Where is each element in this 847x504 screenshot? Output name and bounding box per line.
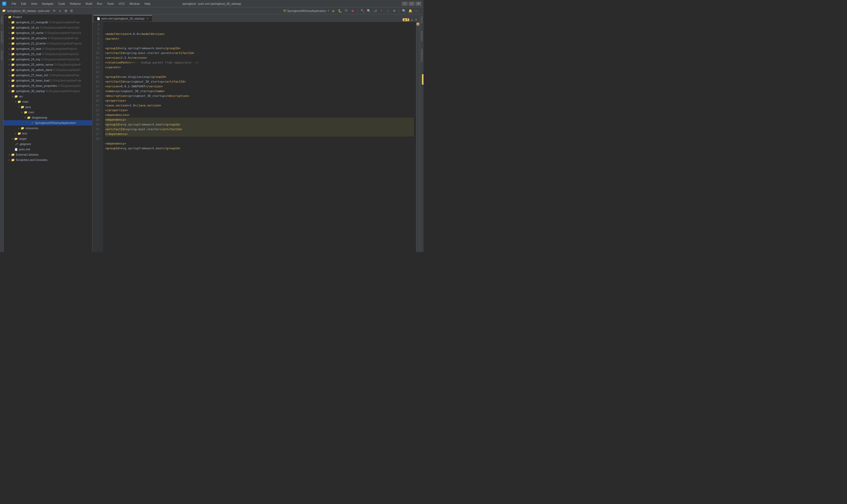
tree-arrow-17: ▾: [17, 106, 20, 108]
menu-item-build[interactable]: Build: [84, 2, 94, 6]
notifications-button[interactable]: 🔔: [408, 8, 413, 14]
code-line-15[interactable]: <version>0.0.1-SNAPSHOT</version>: [105, 84, 414, 89]
menu-item-help[interactable]: Help: [142, 2, 153, 6]
tree-item-main[interactable]: ▾📁main: [4, 99, 92, 104]
git-update-icon[interactable]: ⟲: [392, 8, 397, 14]
settings-gear-icon[interactable]: ⚙: [69, 8, 74, 14]
search-button[interactable]: 🔍: [366, 8, 371, 14]
code-line-12[interactable]: [105, 70, 414, 75]
tree-item-springboot-29-bean-properties[interactable]: ▸📁springboot_29_bean_propertiesD:\DingJi…: [4, 83, 92, 88]
code-line-19[interactable]: <java.version>1.8</java.version>: [105, 103, 414, 108]
tree-item-springboot-22-task[interactable]: ▸📁springboot_22_taskD:\DingJiaxiong\Idea…: [4, 46, 92, 51]
pom-xml-tab[interactable]: 📄 pom.xml (springboot_30_startup) ✕: [93, 15, 152, 21]
tree-item-springboot-20-jetcache[interactable]: ▸📁springboot_20_jetcacheD:\DingJiaxiong\…: [4, 35, 92, 41]
expand-icon[interactable]: ⊞: [63, 8, 69, 14]
maven-sidebar-toggle[interactable]: Maven: [419, 15, 424, 24]
code-line-20[interactable]: </properties>: [105, 108, 414, 113]
code-line-6[interactable]: [105, 41, 414, 46]
tree-item-springboot-27-bean-init[interactable]: ▸📁springboot_27_bean_initD:\DingJiaxiong…: [4, 73, 92, 78]
collapse-icon[interactable]: ≡: [57, 8, 63, 14]
menu-item-vcs[interactable]: VCS: [116, 2, 127, 6]
tree-item-springboot-25-admin-server[interactable]: ▸📁springboot_25_admin_serverD:\DingJiaxi…: [4, 62, 92, 67]
tree-item-springboot-23-mail[interactable]: ▸📁springboot_23_mailD:\DingJiaxiong\Idea…: [4, 51, 92, 57]
tree-item-resources[interactable]: ▸📁resources: [4, 125, 92, 131]
code-line-18[interactable]: <properties>: [105, 98, 414, 103]
code-line-10[interactable]: <relativePath/> <!-- lookup parent from …: [105, 60, 414, 65]
tab-close-icon[interactable]: ✕: [146, 17, 149, 20]
tree-item-springboot-21-j2cache[interactable]: ▸📁springboot_21_j2cacheD:\DingJiaxiong\I…: [4, 41, 92, 46]
tree-item-springboot-30-startup[interactable]: ▾📁springboot_30_startupD:\DingJiaxiong\I…: [4, 88, 92, 94]
line-number-18: 18: [92, 89, 101, 94]
notifications-sidebar-toggle[interactable]: Notifications: [419, 48, 424, 63]
code-line-8[interactable]: <artifactId>spring-boot-starter-parent</…: [105, 51, 414, 56]
editor-scroll-up[interactable]: ▲: [410, 18, 413, 21]
code-line-16[interactable]: <name>springboot_30_startup</name>: [105, 89, 414, 94]
tree-item-pom-xml[interactable]: 📋pom.xml: [4, 147, 92, 152]
tree-item-springboot30startupapplication[interactable]: JSpringboot30StartupApplication: [4, 120, 92, 125]
close-button[interactable]: ✕: [416, 2, 421, 6]
tree-item-test[interactable]: ▸📁test: [4, 131, 92, 136]
git-icon[interactable]: ⎇: [373, 8, 378, 14]
profile-button[interactable]: ⏱: [344, 8, 349, 14]
tree-item-dingjiaxiong[interactable]: ▾📁dingjiaxiong: [4, 115, 92, 120]
sync-icon[interactable]: ⟳: [52, 8, 57, 14]
code-line-7[interactable]: <groupId>org.springframework.boot</group…: [105, 46, 414, 51]
code-line-5[interactable]: <parent>: [105, 37, 414, 41]
code-line-4[interactable]: <modelVersion>4.0.0</modelVersion>: [105, 32, 414, 37]
tree-item-external-libraries[interactable]: ▸📁External Libraries: [4, 152, 92, 157]
minimize-button[interactable]: ─: [402, 2, 408, 6]
menu-item-window[interactable]: Window: [127, 2, 142, 6]
tree-item-project[interactable]: ▾📁Project: [4, 14, 92, 20]
menu-item-run[interactable]: Run: [95, 2, 104, 6]
menu-item-view[interactable]: View: [29, 2, 39, 6]
code-line-24[interactable]: <artifactId>spring-boot-starter</artifac…: [105, 127, 414, 132]
code-line-25[interactable]: </dependency>: [105, 132, 414, 137]
editor-scroll-down[interactable]: ▼: [415, 18, 418, 21]
menu-item-tools[interactable]: Tools: [105, 2, 116, 6]
menu-item-code[interactable]: Code: [56, 2, 67, 6]
warning-badge[interactable]: ⚠ 7: [402, 18, 409, 21]
menu-item-refactor[interactable]: Refactor: [68, 2, 83, 6]
tree-item-springboot-17-mongodb[interactable]: ▸📁springboot_17_mongodbD:\DingJiaxiong\I…: [4, 20, 92, 25]
maximize-button[interactable]: □: [409, 2, 415, 6]
tree-item-com[interactable]: ▾📁com: [4, 110, 92, 115]
run-button[interactable]: ▶: [331, 8, 336, 14]
debug-button[interactable]: 🐛: [337, 8, 343, 14]
tree-item-scratches-and-consoles[interactable]: ▸📁Scratches and Consoles: [4, 157, 92, 163]
tree-item-springboot-24-mq[interactable]: ▸📁springboot_24_mqD:\DingJiaxiong\IdeaPr…: [4, 57, 92, 62]
tree-item-src[interactable]: ▾📁src: [4, 94, 92, 99]
tree-item-springboot-26-admin-client[interactable]: ▸📁springboot_26_admin_clientD:\DingJiaxi…: [4, 67, 92, 73]
run-config-dropdown-icon[interactable]: ▼: [327, 9, 330, 12]
code-line-14[interactable]: <artifactId>springboot_30_startup</artif…: [105, 79, 414, 84]
stop-button[interactable]: ■: [350, 8, 355, 14]
code-line-13[interactable]: <groupId>com.dingjiaxiong</groupId>: [105, 75, 414, 79]
menu-item-navigate[interactable]: Navigate: [40, 2, 55, 6]
build-button[interactable]: 🔨: [360, 8, 365, 14]
tree-item--gitignore[interactable]: ⎇.gitignore: [4, 141, 92, 147]
code-line-23[interactable]: <groupId>org.springframework.boot</group…: [105, 122, 414, 127]
tree-item-springboot-28-bean-load[interactable]: ▸📁springboot_28_bean_loadD:\DingJiaxiong…: [4, 78, 92, 83]
database-sidebar-toggle[interactable]: Database: [419, 30, 424, 42]
code-line-11[interactable]: </parent>: [105, 65, 414, 70]
menu-item-file[interactable]: File: [10, 2, 19, 6]
code-line-22[interactable]: <dependency>: [105, 118, 414, 122]
tree-label: springboot_21_j2cache: [16, 42, 46, 45]
find-button[interactable]: 🔍: [401, 8, 407, 14]
menu-item-edit[interactable]: Edit: [19, 2, 28, 6]
code-line-28[interactable]: <groupId>org.springframework.boot</group…: [105, 146, 414, 151]
line-number-10: 10: [92, 51, 101, 56]
tree-item-target[interactable]: ▾📂target: [4, 136, 92, 141]
tree-icon-folder: 📂: [14, 137, 18, 141]
code-content[interactable]: <modelVersion>4.0.0</modelVersion> <pare…: [103, 22, 416, 252]
tree-item-springboot-18-es[interactable]: ▸📁springboot_18_esD:\DingJiaxiong\IdeaPr…: [4, 25, 92, 30]
code-line-26[interactable]: [105, 137, 414, 141]
code-line-27[interactable]: <dependency>: [105, 141, 414, 146]
tree-item-springboot-19-cache[interactable]: ▸📁springboot_19_cacheD:\DingJiaxiong\Ide…: [4, 30, 92, 35]
tree-item-java[interactable]: ▾📁java: [4, 104, 92, 110]
code-line-9[interactable]: <version>2.5.4</version>: [105, 56, 414, 60]
more-button[interactable]: ⋯: [414, 8, 419, 14]
git-pull-icon[interactable]: ↓: [385, 8, 391, 14]
code-line-17[interactable]: <description>springboot_30_startup</desc…: [105, 94, 414, 98]
code-line-21[interactable]: <dependencies>: [105, 113, 414, 118]
git-push-icon[interactable]: ↑: [379, 8, 384, 14]
